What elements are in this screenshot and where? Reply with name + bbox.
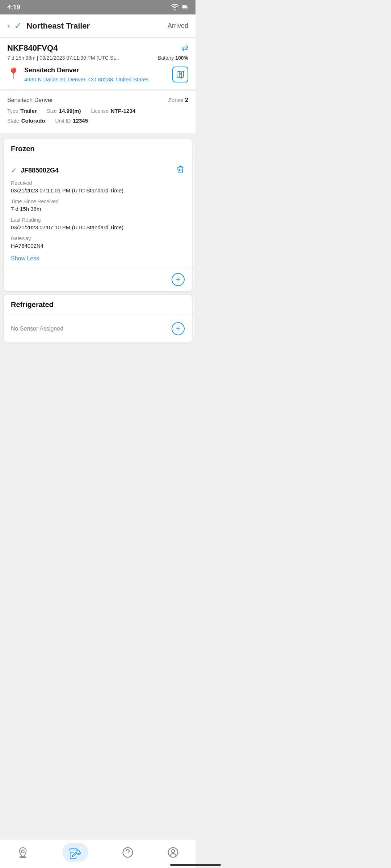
location-address[interactable]: 4930 N Dallas St, Denver, CO 80238, Unit… <box>24 76 149 83</box>
sensor-title-left: ✓ JF885002G4 <box>11 166 59 175</box>
header: ‹ ✓ Northeast Trailer Arrived <box>0 14 196 38</box>
status-check-icon: ✓ <box>14 20 22 31</box>
size-label: Size <box>47 108 56 114</box>
unit-id-item: Unit ID 12345 <box>55 118 88 124</box>
details-section: Sensitech Denver Zones 2 Type Trailer Si… <box>0 91 196 135</box>
refrigerated-zone-card: Refrigerated No Sensor Assigned + <box>4 295 192 342</box>
back-button[interactable]: ‹ <box>7 21 10 31</box>
header-left: ‹ ✓ Northeast Trailer <box>7 20 90 31</box>
frozen-zone-header: Frozen <box>4 139 192 159</box>
zones-count: 2 <box>185 97 188 103</box>
battery-info: Battery 100% <box>158 55 188 61</box>
frozen-zone-title: Frozen <box>11 145 35 153</box>
device-id: NKF840FVQ4 <box>7 43 58 53</box>
size-value: 14.99(m) <box>59 108 81 114</box>
license-label: License <box>91 108 109 114</box>
pin-icon: 📍 <box>7 67 20 79</box>
battery-label: Battery <box>158 55 174 61</box>
refrigerated-zone-header: Refrigerated <box>4 295 192 315</box>
svg-point-5 <box>180 73 181 75</box>
unit-id-value: 12345 <box>73 118 88 124</box>
battery-icon <box>182 4 188 10</box>
last-reading-field: Last Reading 03/21/2023 07:07:10 PM (UTC… <box>11 217 185 230</box>
gateway-label: Gateway <box>11 235 185 241</box>
received-value: 03/21/2023 07:11:01 PM (UTC Standard Tim… <box>11 187 185 193</box>
zones-label: Zones <box>168 97 184 103</box>
state-label: State <box>7 118 19 124</box>
add-sensor-button-frozen[interactable]: + <box>172 273 185 286</box>
type-item: Type Trailer <box>7 108 37 114</box>
bottom-spacer <box>0 346 196 375</box>
show-less-button[interactable]: Show Less <box>11 255 39 262</box>
last-reading-label: Last Reading <box>11 217 185 223</box>
license-value: NTP-1234 <box>111 108 135 114</box>
refrigerated-zone-title: Refrigerated <box>11 301 54 309</box>
sensor-check-icon: ✓ <box>11 166 17 175</box>
sensor-id: JF885002G4 <box>21 167 59 174</box>
frozen-sensor: ✓ JF885002G4 Received 03/21/2023 07:11:0… <box>4 159 192 268</box>
device-id-row: NKF840FVQ4 ⇄ <box>7 43 188 53</box>
time-info: 7 d 15h 38m | 03/21/2023 07:11:30 PM (UT… <box>7 55 119 61</box>
time-since-label: Time Since Received <box>11 199 185 204</box>
state-item: State Colorado <box>7 118 45 124</box>
unit-id-label: Unit ID <box>55 118 71 124</box>
time-battery-row: 7 d 15h 38m | 03/21/2023 07:11:30 PM (UT… <box>7 55 188 61</box>
sensor-title-row: ✓ JF885002G4 <box>11 165 185 176</box>
license-item: License NTP-1234 <box>91 108 136 114</box>
add-sensor-button-refrigerated[interactable]: + <box>172 322 185 335</box>
svg-rect-1 <box>182 6 186 8</box>
delete-sensor-button[interactable] <box>176 165 185 176</box>
trash-icon-svg <box>176 165 185 174</box>
location-info: Sensitech Denver 4930 N Dallas St, Denve… <box>24 67 149 83</box>
received-field: Received 03/21/2023 07:11:01 PM (UTC Sta… <box>11 180 185 193</box>
location-row: 📍 Sensitech Denver 4930 N Dallas St, Den… <box>7 67 188 83</box>
size-item: Size 14.99(m) <box>47 108 81 114</box>
device-info-section: NKF840FVQ4 ⇄ 7 d 15h 38m | 03/21/2023 07… <box>0 38 196 91</box>
no-sensor-text: No Sensor Assigned <box>11 326 63 332</box>
map-button[interactable] <box>172 67 188 82</box>
status-time: 4:19 <box>7 4 20 11</box>
wifi-icon <box>171 4 179 10</box>
last-reading-value: 03/21/2023 07:07:10 PM (UTC Standard Tim… <box>11 224 185 230</box>
no-sensor-row: No Sensor Assigned + <box>4 315 192 342</box>
battery-value: 100% <box>175 55 188 61</box>
map-icon <box>176 70 185 79</box>
zones-info: Zones 2 <box>168 97 188 103</box>
received-label: Received <box>11 180 185 186</box>
status-icons <box>171 4 188 10</box>
frozen-add-sensor-row: + <box>4 268 192 291</box>
details-name-zones: Sensitech Denver Zones 2 <box>7 97 188 103</box>
time-since-field: Time Since Received 7 d 15h 38m <box>11 199 185 212</box>
details-row-2: State Colorado Unit ID 12345 <box>7 118 188 124</box>
time-since-value: 7 d 15h 38m <box>11 206 185 212</box>
details-row-1: Type Trailer Size 14.99(m) License NTP-1… <box>7 108 188 114</box>
page-title: Northeast Trailer <box>26 21 90 31</box>
location-name: Sensitech Denver <box>24 67 149 74</box>
state-value: Colorado <box>21 118 45 124</box>
type-value: Trailer <box>20 108 37 114</box>
gateway-field: Gateway HA784002N4 <box>11 235 185 249</box>
gateway-value: HA784002N4 <box>11 243 185 249</box>
details-location-name: Sensitech Denver <box>7 97 53 103</box>
refresh-icon[interactable]: ⇄ <box>182 43 188 53</box>
location-left: 📍 Sensitech Denver 4930 N Dallas St, Den… <box>7 67 149 83</box>
arrived-status: Arrived <box>168 22 188 30</box>
status-bar: 4:19 <box>0 0 196 14</box>
type-label: Type <box>7 108 18 114</box>
frozen-zone-card: Frozen ✓ JF885002G4 Received 03/21/2023 … <box>4 139 192 291</box>
svg-rect-2 <box>187 7 188 8</box>
